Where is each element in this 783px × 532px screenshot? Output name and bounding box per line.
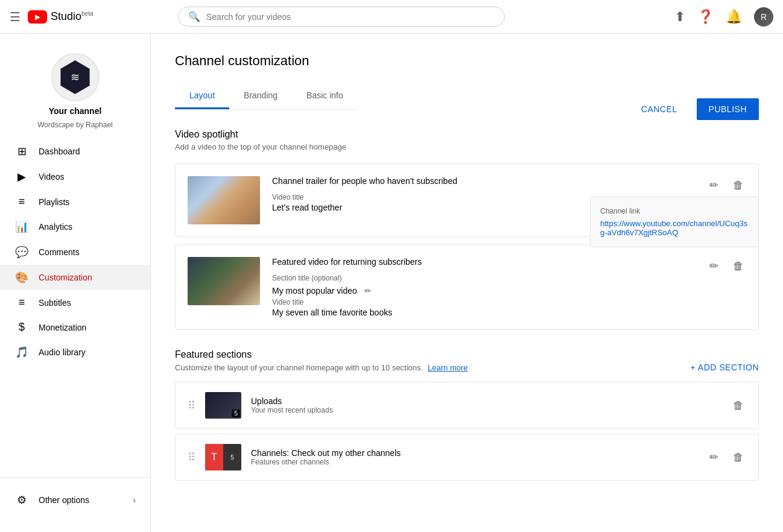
search-input[interactable] [206, 12, 495, 22]
channels-edit-button[interactable]: ✏ [707, 448, 721, 466]
channels-drag-handle[interactable]: ⠿ [188, 451, 195, 464]
featured-video-title: My seven all time favorite books [272, 308, 695, 317]
chevron-right-icon: › [133, 495, 136, 505]
logo-container[interactable]: Studiobeta [28, 10, 94, 24]
help-icon[interactable]: ❓ [697, 9, 714, 25]
channels-thumbnail: T 5 [205, 444, 241, 470]
channels-subtitle: Features other channels [251, 458, 697, 466]
channels-title: Channels: Check out my other channels [251, 448, 697, 458]
sidebar-bottom: ⚙ Other options › [0, 477, 150, 505]
add-section-button[interactable]: + ADD SECTION [691, 363, 759, 372]
trailer-delete-button[interactable]: 🗑 [731, 177, 746, 194]
sidebar-item-subtitles[interactable]: ≡ Subtitles [0, 290, 150, 315]
customization-label: Customization [39, 273, 92, 282]
featured-card-actions: ✏ 🗑 [707, 257, 746, 275]
sidebar-item-dashboard[interactable]: ⊞ Dashboard [0, 139, 150, 164]
youtube-logo [28, 10, 47, 24]
notification-icon[interactable]: 🔔 [726, 9, 742, 25]
tab-branding[interactable]: Branding [229, 83, 292, 109]
playlists-icon: ≡ [14, 195, 29, 208]
tab-layout[interactable]: Layout [175, 83, 229, 109]
learn-more-link[interactable]: Learn more [428, 363, 468, 372]
featured-sections-desc: Customize the layout of your channel hom… [175, 363, 423, 372]
tab-actions: CANCEL PUBLISH [632, 98, 759, 120]
sidebar-nav: ⊞ Dashboard ▶ Videos ≡ Playlists 📊 Analy… [0, 139, 150, 365]
sidebar-item-other-options[interactable]: ⚙ Other options › [0, 487, 150, 505]
channel-link-box: Channel link https://www.youtube.com/cha… [590, 197, 759, 247]
trailer-edit-button[interactable]: ✏ [707, 176, 721, 194]
publish-button[interactable]: PUBLISH [697, 98, 759, 120]
sidebar-item-audio-library[interactable]: 🎵 Audio library [0, 340, 150, 365]
featured-edit-button[interactable]: ✏ [707, 257, 721, 275]
search-bar[interactable]: 🔍 [178, 7, 505, 27]
trailer-thumbnail [188, 176, 260, 224]
sidebar-item-videos[interactable]: ▶ Videos [0, 164, 150, 189]
uploads-delete-button[interactable]: 🗑 [731, 397, 746, 414]
section-title-edit-button[interactable]: ✏ [362, 283, 374, 298]
topbar-right: ⬆ ❓ 🔔 R [674, 7, 773, 27]
topbar-left: ☰ Studiobeta [10, 10, 94, 24]
featured-delete-button[interactable]: 🗑 [731, 258, 746, 275]
channels-section-item: ⠿ T 5 Channels: Check out my other chann… [175, 434, 759, 481]
video-spotlight-title: Video spotlight [175, 129, 759, 140]
featured-section-title: My most popular video ✏ [272, 283, 695, 298]
channel-info: ≋ Your channel Wordscape by Raphael [0, 43, 150, 139]
dashboard-icon: ⊞ [14, 145, 29, 158]
channel-avatar[interactable]: ≋ [51, 53, 100, 101]
channels-thumb-s: 5 [223, 444, 241, 470]
channels-thumb-image: T 5 [205, 444, 241, 470]
uploads-item-content: Uploads Your most recent uploads [251, 396, 721, 414]
avatar[interactable]: R [754, 7, 773, 27]
channels-thumb-t: T [205, 444, 223, 470]
menu-icon[interactable]: ☰ [10, 10, 21, 24]
upload-icon[interactable]: ⬆ [674, 9, 685, 25]
featured-card-content: Featured video for returning subscribers… [272, 257, 695, 317]
tab-basic-info[interactable]: Basic info [292, 83, 358, 109]
videos-icon: ▶ [14, 170, 29, 183]
monetization-label: Monetization [39, 323, 86, 332]
videos-label: Videos [39, 172, 65, 182]
channels-item-actions: ✏ 🗑 [707, 448, 746, 466]
page-title: Channel customization [175, 53, 759, 69]
analytics-icon: 📊 [14, 220, 29, 233]
channels-item-content: Channels: Check out my other channels Fe… [251, 448, 697, 466]
channel-subtitle: Wordscape by Raphael [37, 121, 113, 129]
trailer-card-actions: ✏ 🗑 [707, 176, 746, 194]
tabs-row: Layout Branding Basic info CANCEL PUBLIS… [175, 83, 759, 110]
channel-logo: ≋ [59, 60, 92, 94]
audio-library-icon: 🎵 [14, 346, 29, 359]
topbar: ☰ Studiobeta 🔍 ⬆ ❓ 🔔 R [0, 0, 783, 34]
uploads-subtitle: Your most recent uploads [251, 406, 721, 414]
uploads-section-item: ⠿ 5 Uploads Your most recent uploads 🗑 [175, 382, 759, 429]
featured-sections-header: Customize the layout of your channel hom… [175, 363, 759, 372]
featured-sections: Featured sections Customize the layout o… [175, 349, 759, 481]
featured-thumb-image [188, 257, 260, 305]
cancel-button[interactable]: CANCEL [632, 98, 687, 120]
featured-card: Featured video for returning subscribers… [175, 244, 759, 330]
channel-link-url[interactable]: https://www.youtube.com/channel/UCuq3sg-… [600, 219, 749, 237]
sidebar-item-playlists[interactable]: ≡ Playlists [0, 189, 150, 214]
sidebar: ≋ Your channel Wordscape by Raphael ⊞ Da… [0, 34, 151, 505]
logo-waves: ≋ [71, 72, 80, 83]
featured-card-title: Featured video for returning subscribers [272, 257, 695, 267]
trailer-thumb-image [188, 176, 260, 224]
main-content: Channel customization Layout Branding Ba… [151, 34, 783, 505]
subtitles-icon: ≡ [14, 296, 29, 309]
sidebar-item-analytics[interactable]: 📊 Analytics [0, 214, 150, 239]
uploads-badge: 5 [232, 410, 240, 417]
analytics-label: Analytics [39, 222, 72, 232]
sidebar-item-monetization[interactable]: $ Monetization [0, 315, 150, 340]
featured-sections-desc-row: Customize the layout of your channel hom… [175, 363, 681, 372]
video-spotlight-desc: Add a video to the top of your channel h… [175, 142, 759, 151]
featured-sections-title: Featured sections [175, 349, 759, 360]
channel-link-label: Channel link [600, 207, 749, 215]
channels-delete-button[interactable]: 🗑 [731, 449, 746, 466]
featured-thumbnail [188, 257, 260, 305]
sidebar-item-comments[interactable]: 💬 Comments [0, 239, 150, 265]
featured-video-label: Video title [272, 298, 695, 306]
sidebar-item-customization[interactable]: 🎨 Customization [0, 265, 150, 290]
dashboard-label: Dashboard [39, 147, 80, 156]
uploads-item-actions: 🗑 [731, 397, 746, 414]
uploads-drag-handle[interactable]: ⠿ [188, 399, 195, 412]
uploads-thumbnail: 5 [205, 392, 241, 419]
